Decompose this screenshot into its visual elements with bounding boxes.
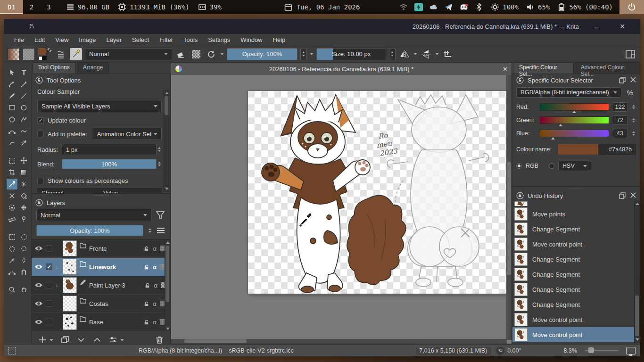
undo-row-selected[interactable]: Move control point [512,327,640,342]
layer-properties-button[interactable] [109,336,117,344]
layer-row-paint-layer-3[interactable]: ∟ Paint Layer 3 α [32,276,170,295]
minimize-button[interactable]: – [587,19,606,34]
polygonal-selection-tool[interactable] [7,243,17,254]
green-spinner[interactable] [631,115,636,125]
alpha-icon[interactable]: α [153,319,157,326]
measure-tool[interactable] [7,214,17,225]
lock-icon[interactable] [143,264,149,270]
add-layer-button[interactable] [38,336,47,344]
layer-blending-dropdown[interactable]: Normal [36,209,151,221]
red-spinner[interactable] [631,102,636,112]
mirror-vertical-button[interactable] [420,48,432,60]
lock-icon[interactable] [143,301,149,307]
tab-arrange[interactable]: Arrange [77,62,109,74]
blend-slider[interactable]: 100% [62,159,157,169]
workspace-2[interactable]: 2 [23,0,40,14]
subwindow-close-icon[interactable]: ✕ [503,66,508,73]
assistants-tool[interactable] [18,202,29,213]
percent-toggle-button[interactable]: % [624,89,636,97]
freehand-path-tool[interactable] [18,126,29,137]
undo-row[interactable]: Change Segment [512,297,640,312]
visibility-eye-icon[interactable] [34,245,43,252]
foreground-background-colors[interactable] [38,48,52,61]
undo-row[interactable]: Change Segment [512,252,640,267]
subwindow-titlebar[interactable]: 20260106 - Referencia do Cannella.kra (6… [171,63,512,75]
blue-value[interactable]: 43 [612,129,628,138]
text-tool[interactable]: T [18,67,29,78]
docker-lock-icon[interactable] [516,192,524,199]
pan-tool[interactable] [18,284,29,295]
multibrush-tool[interactable] [18,138,29,148]
close-docker-icon[interactable] [630,77,636,82]
window-titlebar[interactable]: 20260106 - Referencia do Cannella.kra (6… [4,19,640,34]
bluetooth-icon[interactable] [475,3,483,11]
colour-model-dropdown[interactable]: RGB/Alpha (8-bit integer/channel) [516,87,621,98]
bezier-selection-tool[interactable] [7,267,17,278]
brush-editor-button[interactable] [70,48,82,60]
red-slider[interactable] [540,103,609,111]
similar-colour-selection-tool[interactable] [7,255,17,266]
canvas-vertical-scrollbar[interactable] [506,75,512,340]
lock-icon[interactable] [143,246,149,252]
menu-select[interactable]: Select [127,35,154,45]
layer-checkbox[interactable] [46,282,52,288]
layer-checkbox[interactable] [46,300,52,307]
menu-filter[interactable]: Filter [155,35,178,45]
power-button[interactable] [619,0,644,14]
rectangular-selection-tool[interactable] [7,231,17,242]
layer-checkbox[interactable] [46,245,52,252]
alpha-icon[interactable]: α [153,300,157,307]
undo-row[interactable]: Move control point [512,237,640,252]
delete-layer-button[interactable] [155,336,164,344]
tab-tool-options[interactable]: Tool Options [32,62,76,74]
rgb-radio[interactable] [516,163,522,169]
bezier-curve-tool[interactable] [7,126,17,137]
battery-charging-icon[interactable] [414,3,423,11]
opacity-spinner[interactable] [300,48,307,60]
hsv-dropdown[interactable]: HSV [558,161,591,171]
select-shapes-tool[interactable] [7,67,17,78]
layer-checkbox[interactable]: ✓ [46,263,52,270]
calligraphy-tool[interactable] [18,79,29,90]
undo-row[interactable]: Move points [512,206,640,222]
line-tool[interactable] [18,90,29,101]
lock-icon[interactable] [144,282,150,288]
menu-window[interactable]: Window [236,35,267,45]
undo-row[interactable]: Change Segment [512,222,640,237]
edit-shapes-tool[interactable] [7,79,17,90]
add-layer-dropdown-icon[interactable] [50,339,53,341]
green-slider[interactable] [540,116,609,124]
blend-spinner[interactable] [157,159,162,169]
workspace-1[interactable]: D1 [0,0,23,14]
size-spinner[interactable] [389,48,396,60]
smart-patch-tool[interactable] [18,179,29,189]
menu-image[interactable]: Image [74,35,100,45]
zoom-percentage[interactable]: 8.3% [564,347,578,354]
workspace-chooser-button[interactable] [624,48,636,60]
docker-drag-handle[interactable]: ······ [512,187,640,190]
alpha-icon[interactable]: α [154,282,157,289]
move-layer-down-button[interactable] [77,336,85,344]
float-docker-icon[interactable] [619,192,626,199]
ellipse-tool[interactable] [18,102,29,113]
menu-view[interactable]: View [50,35,73,45]
menu-help[interactable]: Help [268,35,290,45]
wifi-icon[interactable] [399,3,408,11]
rotation-icon[interactable]: ⟲ [496,346,504,355]
menu-file[interactable]: File [9,35,29,45]
image-dimensions[interactable]: 7,016 x 5,150 (639.1 MiB) [415,346,491,355]
workspace-3[interactable]: 3 [40,0,57,14]
layer-filter-icon[interactable] [155,210,165,220]
elliptical-selection-tool[interactable] [18,231,29,242]
swap-colors-icon[interactable] [47,48,52,52]
layer-opacity-spinner[interactable] [147,226,152,235]
brush-presets-button[interactable] [55,48,67,60]
layer-opacity-slider[interactable]: Opacity: 100% [36,225,143,236]
close-button[interactable]: ✕ [613,19,632,34]
update-colour-checkbox[interactable]: ✓ [37,117,44,124]
size-slider[interactable]: Size: 10.00 px [316,48,386,60]
contiguous-selection-tool[interactable] [18,255,29,266]
visibility-eye-icon[interactable] [34,300,43,307]
canvas-area[interactable]: Ro meu 2023 [171,75,507,340]
tab-specific-colour-selector[interactable]: Specific Colour Sel... [513,62,574,74]
